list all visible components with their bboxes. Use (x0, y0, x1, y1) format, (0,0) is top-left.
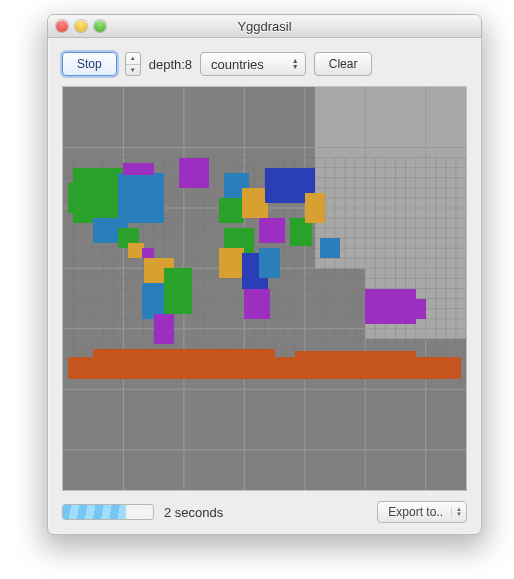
depth-stepper[interactable]: ▲ ▼ (125, 52, 141, 76)
layer-select[interactable]: countries ▲▼ (200, 52, 306, 76)
svg-rect-85 (219, 248, 244, 278)
map-svg (63, 87, 466, 490)
svg-rect-80 (219, 198, 244, 223)
popup-arrows-icon: ▲▼ (451, 507, 462, 517)
export-menu-label: Export to.. (388, 505, 443, 519)
minimize-icon[interactable] (75, 20, 87, 32)
svg-rect-91 (320, 238, 340, 258)
status-bar: 2 seconds Export to.. ▲▼ (62, 501, 467, 523)
svg-rect-90 (305, 193, 325, 223)
svg-rect-68 (118, 173, 163, 223)
layer-select-value: countries (211, 57, 264, 72)
chevron-down-icon[interactable]: ▼ (126, 65, 140, 76)
zoom-icon[interactable] (94, 20, 106, 32)
svg-rect-95 (93, 349, 274, 361)
svg-rect-77 (164, 268, 192, 313)
titlebar[interactable]: Yggdrasil (48, 15, 481, 38)
svg-rect-87 (259, 248, 279, 278)
clear-button[interactable]: Clear (314, 52, 373, 76)
svg-rect-92 (365, 289, 415, 324)
stop-button[interactable]: Stop (62, 52, 117, 76)
svg-rect-78 (154, 314, 174, 344)
chevron-up-icon[interactable]: ▲ (126, 53, 140, 65)
svg-rect-96 (295, 351, 416, 361)
window-title: Yggdrasil (48, 19, 481, 34)
app-window: Yggdrasil Stop ▲ ▼ depth:8 countries ▲▼ … (47, 14, 482, 535)
export-menu[interactable]: Export to.. ▲▼ (377, 501, 467, 523)
progress-fill (63, 505, 126, 519)
svg-rect-81 (242, 188, 267, 218)
svg-rect-73 (142, 248, 154, 258)
progress-bar (62, 504, 154, 520)
svg-rect-69 (123, 163, 153, 175)
map-canvas[interactable] (62, 86, 467, 491)
svg-rect-88 (244, 289, 269, 319)
svg-rect-76 (142, 283, 167, 318)
depth-label: depth:8 (149, 57, 192, 72)
close-icon[interactable] (56, 20, 68, 32)
svg-rect-67 (68, 183, 88, 213)
elapsed-time-label: 2 seconds (164, 505, 223, 520)
svg-rect-74 (179, 158, 209, 188)
svg-rect-83 (259, 218, 284, 243)
toolbar: Stop ▲ ▼ depth:8 countries ▲▼ Clear (62, 52, 467, 76)
svg-rect-72 (128, 243, 143, 258)
select-arrows-icon: ▲▼ (292, 58, 299, 70)
svg-rect-93 (411, 299, 426, 319)
